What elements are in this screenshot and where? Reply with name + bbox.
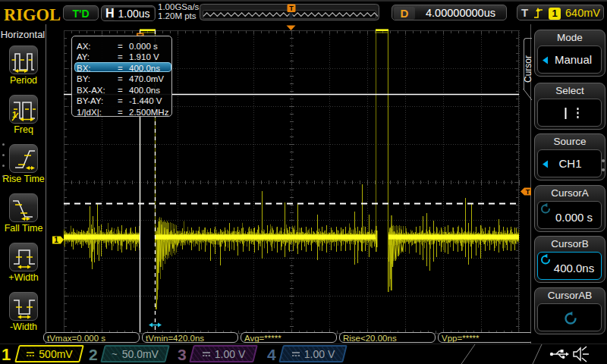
svg-text:T: T	[526, 188, 530, 196]
svg-text:T: T	[289, 5, 294, 12]
svg-text:1: 1	[54, 236, 58, 244]
